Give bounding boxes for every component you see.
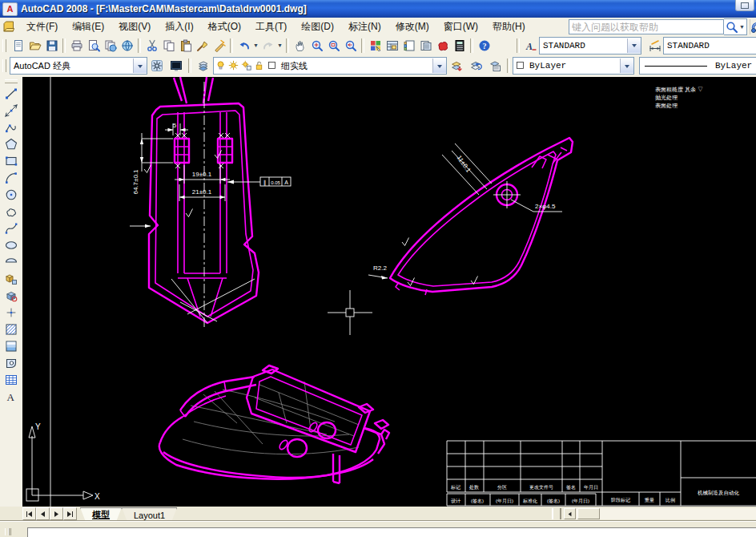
autocad-logo-icon[interactable]: A bbox=[2, 2, 18, 16]
ellipse-button[interactable] bbox=[3, 236, 20, 253]
layer-combo[interactable]: 细实线 bbox=[213, 57, 447, 75]
toolbar-grip[interactable] bbox=[2, 59, 6, 72]
spline-button[interactable] bbox=[3, 220, 20, 236]
rectangle-button[interactable] bbox=[3, 152, 20, 169]
tab-model[interactable]: 模型 bbox=[80, 507, 122, 521]
workspace-combo[interactable]: AutoCAD 经典 bbox=[10, 57, 147, 75]
multiline-text-button[interactable]: A bbox=[3, 388, 20, 405]
publish-button[interactable] bbox=[102, 37, 119, 54]
zoom-window-button[interactable] bbox=[325, 37, 342, 54]
paste-button[interactable] bbox=[177, 37, 194, 54]
point-button[interactable] bbox=[3, 304, 20, 321]
dwf-button[interactable] bbox=[119, 37, 135, 54]
arc-button[interactable] bbox=[3, 169, 20, 186]
hscroll-left-button[interactable] bbox=[564, 508, 576, 519]
hscroll-thumb[interactable] bbox=[577, 508, 600, 519]
sheetset-manager-button[interactable] bbox=[417, 37, 434, 54]
menu-tools[interactable]: 工具(T) bbox=[248, 18, 294, 37]
revision-cloud-button[interactable] bbox=[3, 203, 20, 220]
toolbar-grip[interactable] bbox=[5, 79, 18, 83]
prev-tab-button[interactable] bbox=[36, 507, 50, 520]
combo-arrow-icon[interactable] bbox=[627, 38, 641, 53]
construction-line-button[interactable] bbox=[3, 102, 20, 119]
combo-arrow-icon[interactable] bbox=[620, 59, 633, 73]
layer-previous-button[interactable] bbox=[466, 56, 485, 75]
ellipse-arc-button[interactable] bbox=[3, 253, 20, 270]
search-button[interactable]: ▼ bbox=[724, 18, 747, 35]
text-style-button[interactable]: A bbox=[522, 37, 539, 54]
zoom-realtime-button[interactable] bbox=[308, 37, 325, 54]
layer-properties-manager-button[interactable] bbox=[194, 56, 213, 75]
save-button[interactable] bbox=[43, 37, 60, 54]
toolbar-grip[interactable] bbox=[2, 39, 6, 52]
drawing-file-icon[interactable] bbox=[2, 20, 17, 34]
linetype-combo[interactable]: ByLayer bbox=[639, 57, 756, 75]
hatch-button[interactable] bbox=[3, 321, 20, 337]
designcenter-button[interactable] bbox=[384, 37, 400, 54]
dim-style-combo[interactable]: STANDARD bbox=[663, 37, 756, 55]
redo-button[interactable] bbox=[259, 37, 276, 54]
plot-preview-button[interactable] bbox=[85, 37, 102, 54]
table-button[interactable] bbox=[3, 371, 20, 388]
hscroll-track[interactable] bbox=[564, 508, 756, 519]
make-block-button[interactable] bbox=[3, 287, 20, 304]
viewport-freeze-icon[interactable] bbox=[241, 60, 252, 71]
tab-layout1[interactable]: Layout1 bbox=[122, 507, 177, 521]
command-window-grip[interactable] bbox=[5, 528, 10, 535]
properties-button[interactable] bbox=[367, 37, 384, 54]
copy-button[interactable] bbox=[160, 37, 177, 54]
gradient-button[interactable] bbox=[3, 337, 20, 354]
model-space-canvas[interactable]: 5 19±0.1 21±0.1 64.7±0.1 ∥ 0.05 A bbox=[22, 77, 756, 507]
last-tab-button[interactable] bbox=[63, 507, 77, 520]
new-button[interactable] bbox=[10, 37, 26, 54]
open-button[interactable] bbox=[26, 37, 43, 54]
line-button[interactable] bbox=[3, 85, 20, 102]
help-search-input[interactable] bbox=[569, 19, 724, 34]
match-properties-button[interactable] bbox=[194, 37, 211, 54]
menu-window[interactable]: 窗口(W) bbox=[436, 18, 485, 37]
quickcalc-button[interactable] bbox=[451, 37, 468, 54]
text-style-combo[interactable]: STANDARD bbox=[539, 37, 641, 55]
redo-dropdown-button[interactable]: ▼ bbox=[276, 37, 284, 54]
polyline-button[interactable] bbox=[3, 119, 20, 135]
window-restore-button[interactable] bbox=[735, 0, 754, 11]
next-tab-button[interactable] bbox=[50, 507, 63, 520]
scrollbar-splitter[interactable] bbox=[552, 508, 561, 519]
circle-button[interactable] bbox=[3, 186, 20, 203]
combo-arrow-icon[interactable] bbox=[432, 59, 446, 73]
plot-button[interactable] bbox=[68, 37, 85, 54]
layer-lock-icon[interactable] bbox=[254, 60, 265, 71]
menu-file[interactable]: 文件(F) bbox=[19, 18, 65, 37]
menu-modify[interactable]: 修改(M) bbox=[388, 18, 436, 37]
pan-button[interactable] bbox=[292, 37, 308, 54]
cut-button[interactable] bbox=[143, 37, 160, 54]
menu-view[interactable]: 视图(V) bbox=[111, 18, 158, 37]
my-workspace-button[interactable] bbox=[167, 56, 186, 75]
menu-help[interactable]: 帮助(H) bbox=[485, 18, 533, 37]
layer-on-icon[interactable] bbox=[215, 60, 227, 71]
undo-dropdown-button[interactable]: ▼ bbox=[252, 37, 259, 54]
menu-edit[interactable]: 编辑(E) bbox=[65, 18, 111, 37]
menu-format[interactable]: 格式(O) bbox=[201, 18, 248, 37]
tool-palettes-button[interactable] bbox=[400, 37, 417, 54]
layer-states-button[interactable] bbox=[485, 56, 505, 75]
combo-arrow-icon[interactable] bbox=[133, 59, 147, 73]
zoom-previous-button[interactable] bbox=[342, 37, 359, 54]
dim-style-button[interactable] bbox=[646, 37, 663, 54]
command-window[interactable] bbox=[27, 527, 756, 537]
menu-dimension[interactable]: 标注(N) bbox=[341, 18, 388, 37]
region-button[interactable] bbox=[3, 354, 20, 371]
insert-block-button[interactable] bbox=[3, 270, 20, 287]
markup-manager-button[interactable] bbox=[434, 37, 451, 54]
workspace-settings-button[interactable] bbox=[147, 56, 167, 75]
polygon-button[interactable] bbox=[3, 135, 20, 152]
color-combo[interactable]: ByLayer bbox=[513, 57, 634, 75]
undo-button[interactable] bbox=[235, 37, 252, 54]
first-tab-button[interactable] bbox=[22, 507, 36, 520]
layer-thaw-icon[interactable] bbox=[228, 60, 239, 71]
menu-draw[interactable]: 绘图(D) bbox=[294, 18, 341, 37]
make-object-layer-current-button[interactable] bbox=[447, 56, 466, 75]
help-button[interactable]: ? bbox=[476, 37, 493, 54]
block-editor-button[interactable] bbox=[211, 37, 227, 54]
communication-center-button[interactable] bbox=[750, 19, 756, 34]
